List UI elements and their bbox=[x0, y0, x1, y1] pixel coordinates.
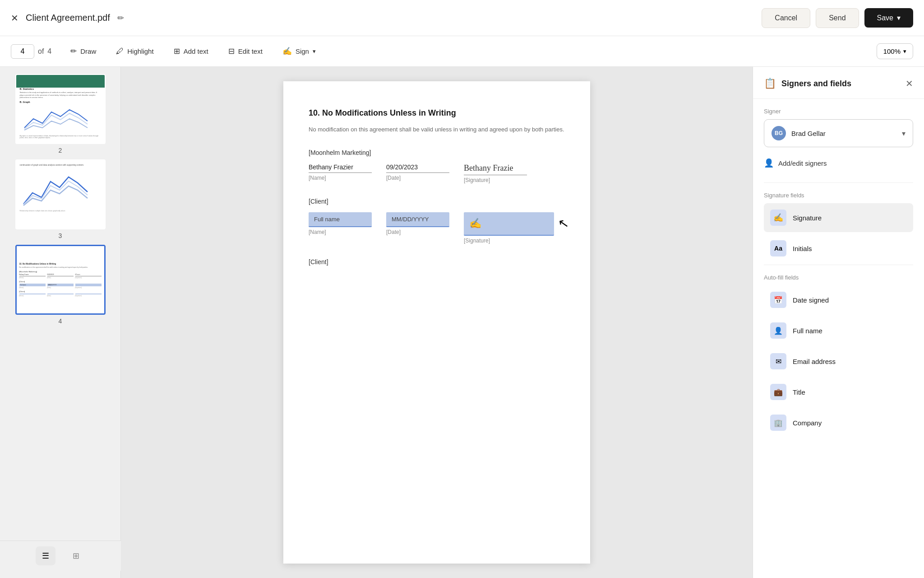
sign-arrow-icon: ▾ bbox=[313, 48, 316, 55]
list-view-button[interactable]: ☰ bbox=[36, 546, 55, 565]
thumb-2-image: B. Statistics Statistics is the study an… bbox=[15, 74, 106, 144]
client1-date-sublabel: [Date] bbox=[386, 229, 449, 235]
full-name-field-label: Full name bbox=[793, 327, 822, 335]
panel-body: Signer BG Brad Gellar ▾ 👤 Add/edit signe… bbox=[753, 99, 924, 578]
document-title: Client Agreement.pdf bbox=[26, 13, 110, 23]
zoom-arrow-icon: ▾ bbox=[903, 48, 906, 55]
edit-text-label: Edit text bbox=[238, 47, 263, 55]
field-item-full-name[interactable]: 👤 Full name bbox=[764, 316, 913, 345]
toolbar-left: ✕ Client Agreement.pdf ✏ bbox=[11, 13, 124, 23]
cursor-indicator: ↖ bbox=[557, 215, 569, 231]
company-field-icon: 🏢 bbox=[770, 415, 786, 431]
client1-date-value[interactable]: MM/DD/YYYY bbox=[386, 212, 449, 227]
page-navigation: of 4 bbox=[11, 44, 51, 59]
sign-tool-button[interactable]: ✍ Sign ▾ bbox=[274, 42, 324, 61]
field-item-signature[interactable]: ✍ Signature bbox=[764, 203, 913, 232]
client1-name-sublabel: [Name] bbox=[309, 229, 372, 235]
client2-label: [Client] bbox=[309, 258, 565, 266]
thumbnails-panel: B. Statistics Statistics is the study an… bbox=[0, 67, 121, 578]
highlight-tool-button[interactable]: 🖊 Highlight bbox=[108, 42, 162, 61]
sign-icon: ✍ bbox=[282, 47, 292, 56]
draw-tool-button[interactable]: ✏ Draw bbox=[62, 42, 104, 61]
auto-fill-section-label: Auto-fill fields bbox=[764, 274, 913, 281]
send-button[interactable]: Send bbox=[816, 8, 859, 28]
field-item-initials[interactable]: Aa Initials bbox=[764, 234, 913, 263]
date-signed-field-label: Date signed bbox=[793, 296, 829, 304]
company-field-label: Company bbox=[793, 419, 822, 427]
client2-signatory-block: [Client] bbox=[309, 258, 565, 266]
signer-section-label: Signer bbox=[764, 108, 913, 115]
pdf-body-text: No modification on this agreement shall … bbox=[309, 125, 565, 135]
signature-field-label: Signature bbox=[793, 214, 822, 222]
page-tools-bar: of 4 ✏ Draw 🖊 Highlight ⊞ Add text ⊟ Edi… bbox=[0, 36, 924, 67]
initials-field-label: Initials bbox=[793, 245, 812, 252]
sig-fields-section-label: Signature fields bbox=[764, 192, 913, 199]
signer-dropdown[interactable]: BG Brad Gellar ▾ bbox=[764, 119, 913, 147]
thumbnail-3[interactable]: continuation of graph and data analysis … bbox=[5, 159, 115, 239]
add-text-tool-button[interactable]: ⊞ Add text bbox=[166, 42, 217, 61]
toolbar: ✕ Client Agreement.pdf ✏ Cancel Send Sav… bbox=[0, 0, 924, 36]
moonhelm-sig-row: Bethany Frazier [Name] 09/20/2023 [Date]… bbox=[309, 163, 565, 183]
sign-label: Sign bbox=[296, 47, 309, 55]
page-number-input[interactable] bbox=[11, 44, 34, 59]
add-text-icon: ⊞ bbox=[174, 47, 180, 56]
client1-date-field[interactable]: MM/DD/YYYY [Date] bbox=[386, 212, 449, 244]
thumb-2-label: 2 bbox=[59, 147, 62, 154]
client1-label: [Client] bbox=[309, 198, 565, 205]
edit-text-icon: ⊟ bbox=[228, 47, 235, 56]
moonhelm-date-value: 09/20/2023 bbox=[386, 163, 449, 173]
grid-view-button[interactable]: ⊞ bbox=[66, 546, 86, 565]
signer-name: Brad Gellar bbox=[791, 130, 896, 137]
moonhelm-signature-value: Bethany Frazie bbox=[464, 163, 527, 175]
client1-signature-value[interactable]: ✍ bbox=[464, 212, 554, 236]
moonhelm-name-sublabel: [Name] bbox=[309, 175, 372, 181]
save-button[interactable]: Save ▾ bbox=[864, 8, 913, 28]
moonhelm-date-field: 09/20/2023 [Date] bbox=[386, 163, 449, 183]
highlight-icon: 🖊 bbox=[116, 47, 124, 56]
client1-signature-field[interactable]: ✍ [Signature] ↖ bbox=[464, 212, 554, 244]
moonhelm-name-value: Bethany Frazier bbox=[309, 163, 372, 173]
toolbar-right: Cancel Send Save ▾ bbox=[762, 8, 913, 28]
field-item-date-signed[interactable]: 📅 Date signed bbox=[764, 285, 913, 314]
title-field-icon: 💼 bbox=[770, 384, 786, 400]
zoom-level: 100% bbox=[883, 47, 901, 55]
add-signers-icon: 👤 bbox=[764, 158, 774, 168]
initials-field-icon: Aa bbox=[770, 240, 786, 256]
save-label: Save bbox=[877, 14, 893, 22]
moonhelm-label: [Moonhelm Marketing] bbox=[309, 149, 565, 156]
full-name-field-icon: 👤 bbox=[770, 322, 786, 339]
zoom-control[interactable]: 100% ▾ bbox=[877, 43, 913, 59]
thumbnail-2[interactable]: B. Statistics Statistics is the study an… bbox=[5, 74, 115, 154]
close-button[interactable]: ✕ bbox=[11, 13, 18, 23]
thumb-3-label: 3 bbox=[59, 232, 62, 239]
client1-sig-row: Full name [Name] MM/DD/YYYY [Date] ✍ [Si… bbox=[309, 212, 565, 244]
field-item-title[interactable]: 💼 Title bbox=[764, 378, 913, 406]
auto-fill-divider bbox=[764, 265, 913, 265]
edit-title-icon[interactable]: ✏ bbox=[117, 13, 124, 23]
panel-title: 📋 Signers and fields bbox=[764, 78, 851, 89]
right-panel: 📋 Signers and fields ✕ Signer BG Brad Ge… bbox=[753, 67, 924, 578]
draw-label: Draw bbox=[80, 47, 96, 55]
panel-header: 📋 Signers and fields ✕ bbox=[753, 67, 924, 99]
save-arrow-icon: ▾ bbox=[897, 14, 901, 22]
moonhelm-sig-sublabel: [Signature] bbox=[464, 177, 527, 183]
moonhelm-date-sublabel: [Date] bbox=[386, 175, 449, 181]
edit-text-tool-button[interactable]: ⊟ Edit text bbox=[220, 42, 271, 61]
client1-signatory-block: [Client] Full name [Name] MM/DD/YYYY [Da… bbox=[309, 198, 565, 244]
moonhelm-signature-field: Bethany Frazie [Signature] bbox=[464, 163, 527, 183]
date-signed-field-icon: 📅 bbox=[770, 292, 786, 308]
cancel-button[interactable]: Cancel bbox=[762, 8, 810, 28]
pdf-page: 10. No Modifications Unless in Writing N… bbox=[283, 81, 590, 564]
thumbnail-4[interactable]: 10. No Modifications Unless in Writing N… bbox=[5, 245, 115, 325]
signature-field-icon: ✍ bbox=[770, 210, 786, 226]
client1-sig-sublabel: [Signature] bbox=[464, 238, 554, 244]
page-of-label: of bbox=[38, 47, 44, 56]
draw-icon: ✏ bbox=[70, 47, 77, 56]
panel-close-button[interactable]: ✕ bbox=[906, 78, 913, 89]
client1-name-field[interactable]: Full name [Name] bbox=[309, 212, 372, 244]
client1-name-value[interactable]: Full name bbox=[309, 212, 372, 227]
signer-avatar: BG bbox=[772, 126, 786, 140]
add-edit-signers-button[interactable]: 👤 Add/edit signers bbox=[764, 154, 827, 172]
field-item-email-address[interactable]: ✉ Email address bbox=[764, 347, 913, 376]
field-item-company[interactable]: 🏢 Company bbox=[764, 408, 913, 437]
